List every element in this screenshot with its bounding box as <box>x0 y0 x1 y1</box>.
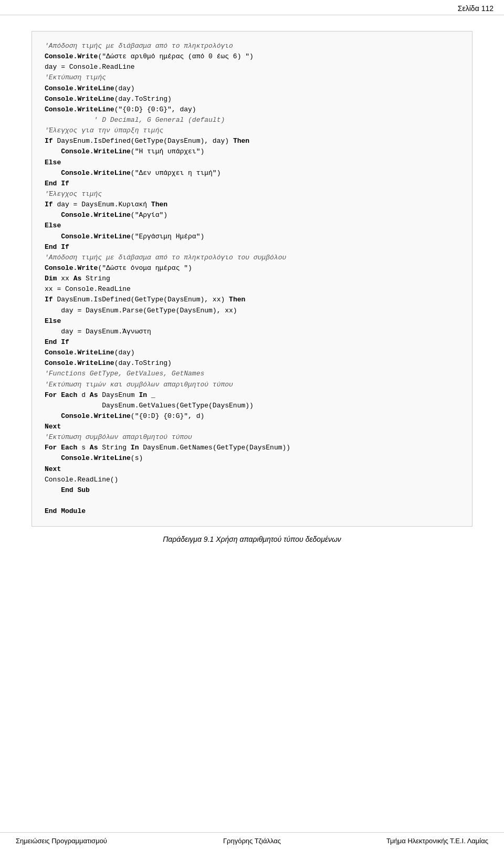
code-block: 'Απόδοση τιμής με διάβασμα από το πληκτρ… <box>32 31 472 527</box>
page-header: Σελίδα 112 <box>0 0 504 15</box>
page-number: Σελίδα 112 <box>458 4 494 13</box>
code-line: Console.WriteLine(day.ToString) <box>45 95 172 103</box>
code-line: Console.Write("Δώστε όνομα ημέρας ") <box>45 264 192 272</box>
code-comment-3: ' D Decimal, G General (default) <box>45 116 225 124</box>
code-line: day = Console.ReadLine <box>45 63 135 71</box>
code-line: day = DaysEnum.Άγνωστη <box>45 328 151 336</box>
code-line: Next <box>45 423 61 431</box>
footer-left: Σημειώσεις Προγραμματισμού <box>16 837 173 845</box>
code-line: Console.WriteLine(day) <box>45 85 135 92</box>
code-line: Console.WriteLine(s) <box>45 454 143 462</box>
code-line: If day = DaysEnum.Κυριακή Then <box>45 201 167 208</box>
code-line: xx = Console.ReadLine <box>45 285 131 293</box>
code-comment-2: 'Εκτύπωση τιμής <box>45 74 106 81</box>
code-line: Console.WriteLine("{0:D} {0:G}", day) <box>45 106 196 113</box>
code-line: Dim xx As String <box>45 275 110 282</box>
code-line: End Sub <box>45 486 90 494</box>
footer-right: Τμήμα Ηλεκτρονικής Τ.Ε.Ι. Λαμίας <box>331 837 488 845</box>
code-line: Else <box>45 317 61 325</box>
code-comment-9: 'Εκτύπωση συμβόλων απαριθμητού τύπου <box>45 433 192 441</box>
code-comment-1: 'Απόδοση τιμής με διάβασμα από το πληκτρ… <box>45 42 233 50</box>
code-line: Console.WriteLine(day.ToString) <box>45 359 172 367</box>
code-line: For Each s As String In DaysEnum.GetName… <box>45 444 290 452</box>
code-line: Next <box>45 465 61 473</box>
code-line: Console.WriteLine("Αργία") <box>45 211 167 219</box>
code-line: End If <box>45 243 69 251</box>
code-line: Console.WriteLine("Η τιμή υπάρχει") <box>45 148 204 155</box>
code-line: Console.ReadLine() <box>45 476 118 484</box>
code-comment-6: 'Απόδοση τιμής με διάβασμα από το πληκτρ… <box>45 254 286 261</box>
code-line: End If <box>45 180 69 187</box>
code-line: DaysEnum.GetValues(GetType(DaysEnum)) <box>45 402 254 410</box>
code-line: Else <box>45 159 61 166</box>
code-line: Console.WriteLine(day) <box>45 349 135 357</box>
page-footer: Σημειώσεις Προγραμματισμού Γρηγόρης Τζιά… <box>0 832 504 849</box>
code-comment-4: 'Έλεγχος για την ύπαρξη τιμής <box>45 127 163 134</box>
figure-caption: Παράδειγμα 9.1 Χρήση απαριθμητού τύπου δ… <box>32 535 472 543</box>
code-line: Console.Write("Δώστε αριθμό ημέρας (από … <box>45 53 254 60</box>
footer-center: Γρηγόρης Τζιάλλας <box>173 837 331 845</box>
code-line: Else <box>45 222 61 229</box>
code-comment-5: 'Έλεγχος τιμής <box>45 190 102 198</box>
code-line: End If <box>45 338 69 346</box>
code-line: Console.WriteLine("Δεν υπάρχει η τιμή") <box>45 169 220 177</box>
code-line: Console.WriteLine("Εργάσιμη Ημέρα") <box>45 233 204 240</box>
code-line: Console.WriteLine("{0:D} {0:G}", d) <box>45 412 204 420</box>
code-line: If DaysEnum.IsDefined(GetType(DaysEnum),… <box>45 296 245 303</box>
code-comment-7: 'Functions GetType, GetValues, GetNames <box>45 370 204 378</box>
main-content: 'Απόδοση τιμής με διάβασμα από το πληκτρ… <box>0 15 504 570</box>
code-comment-8: 'Εκτύπωση τιμών και συμβόλων απαριθμητού… <box>45 381 233 389</box>
code-line: For Each d As DaysEnum In _ <box>45 391 155 399</box>
code-line: day = DaysEnum.Parse(GetType(DaysEnum), … <box>45 307 237 315</box>
code-line: If DaysEnum.IsDefined(GetType(DaysEnum),… <box>45 137 249 145</box>
code-line: End Module <box>45 507 86 515</box>
